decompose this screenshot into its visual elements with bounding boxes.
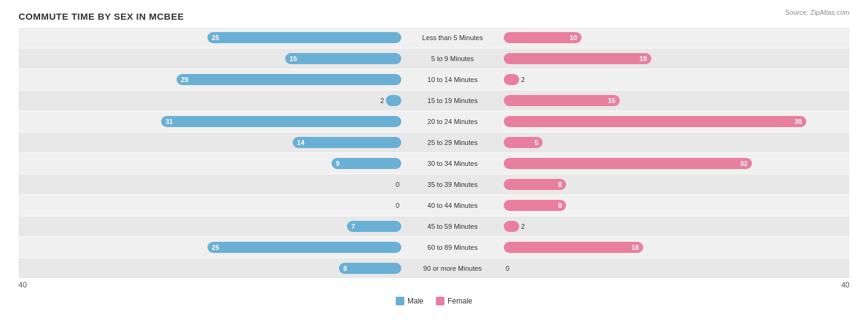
bar-female: 39 xyxy=(504,116,806,127)
axis-area: 40 40 xyxy=(19,278,849,294)
row-label: 15 to 19 Minutes xyxy=(401,97,504,104)
bar-female: 19 xyxy=(504,53,651,64)
bar-male: 14 xyxy=(293,137,401,148)
right-section: 8 xyxy=(504,200,868,211)
right-section: 8 xyxy=(504,179,868,190)
legend-male: Male xyxy=(396,297,424,305)
right-section: 10 xyxy=(504,32,868,43)
table-row: 7 45 to 59 Minutes 2 xyxy=(19,217,849,236)
bar-female: 8 xyxy=(504,200,566,211)
left-section: 0 xyxy=(19,179,401,190)
row-label: 5 to 9 Minutes xyxy=(401,55,504,62)
rows-area: 25 Less than 5 Minutes 10 15 5 to 9 Minu… xyxy=(19,28,849,278)
right-section: 2 xyxy=(504,221,868,232)
axis-right: 40 xyxy=(841,281,849,289)
table-row: 9 30 to 34 Minutes 32 xyxy=(19,154,849,173)
left-section: 25 xyxy=(19,242,401,253)
table-row: 14 25 to 29 Minutes 5 xyxy=(19,133,849,152)
bar-female xyxy=(504,221,519,232)
axis-left: 40 xyxy=(19,281,27,289)
row-label: Less than 5 Minutes xyxy=(401,34,504,41)
bar-male: 29 xyxy=(177,74,401,85)
source-label: Source: ZipAtlas.com xyxy=(785,9,849,16)
left-section: 7 xyxy=(19,221,401,232)
right-section: 18 xyxy=(504,242,868,253)
row-label: 10 to 14 Minutes xyxy=(401,76,504,83)
left-section: 29 xyxy=(19,74,401,85)
legend-female: Female xyxy=(436,297,472,305)
bar-female: 15 xyxy=(504,95,620,106)
table-row: 8 90 or more Minutes 0 xyxy=(19,258,849,278)
row-label: 35 to 39 Minutes xyxy=(401,181,504,188)
bar-female: 8 xyxy=(504,179,566,190)
bar-female: 18 xyxy=(504,242,643,253)
right-section: 32 xyxy=(504,158,868,169)
row-label: 90 or more Minutes xyxy=(401,265,504,272)
left-section: 25 xyxy=(19,32,401,43)
table-row: 25 Less than 5 Minutes 10 xyxy=(19,28,849,47)
bar-male xyxy=(386,95,401,106)
table-row: 31 20 to 24 Minutes 39 xyxy=(19,112,849,131)
legend-male-box xyxy=(396,297,404,305)
bar-male: 9 xyxy=(332,158,401,169)
chart-container: COMMUTE TIME BY SEX IN MCBEE Source: Zip… xyxy=(0,0,868,322)
bar-male: 25 xyxy=(207,32,401,43)
legend: Male Female xyxy=(19,297,849,305)
left-section: 31 xyxy=(19,116,401,127)
chart-title: COMMUTE TIME BY SEX IN MCBEE xyxy=(19,11,849,22)
left-section: 0 xyxy=(19,200,401,211)
row-label: 45 to 59 Minutes xyxy=(401,223,504,230)
right-section: 15 xyxy=(504,95,868,106)
row-label: 25 to 29 Minutes xyxy=(401,139,504,146)
right-section: 0 xyxy=(504,263,868,274)
left-section: 15 xyxy=(19,53,401,64)
left-section: 8 xyxy=(19,263,401,274)
bar-female xyxy=(504,74,519,85)
table-row: 25 60 to 89 Minutes 18 xyxy=(19,237,849,257)
legend-female-label: Female xyxy=(448,297,472,305)
legend-female-box xyxy=(436,297,444,305)
right-section: 39 xyxy=(504,116,868,127)
table-row: 15 5 to 9 Minutes 19 xyxy=(19,49,849,68)
right-section: 2 xyxy=(504,74,868,85)
row-label: 20 to 24 Minutes xyxy=(401,118,504,125)
bar-male: 31 xyxy=(161,116,401,127)
left-section: 14 xyxy=(19,137,401,148)
right-section: 5 xyxy=(504,137,868,148)
bar-male: 7 xyxy=(347,221,401,232)
left-section: 9 xyxy=(19,158,401,169)
row-label: 30 to 34 Minutes xyxy=(401,160,504,167)
legend-male-label: Male xyxy=(407,297,424,305)
row-label: 40 to 44 Minutes xyxy=(401,202,504,209)
bar-female: 32 xyxy=(504,158,752,169)
right-section: 19 xyxy=(504,53,868,64)
bar-male: 8 xyxy=(339,263,401,274)
bar-male: 25 xyxy=(207,242,401,253)
bar-female: 5 xyxy=(504,137,543,148)
row-label: 60 to 89 Minutes xyxy=(401,244,504,251)
table-row: 29 10 to 14 Minutes 2 xyxy=(19,70,849,89)
bar-female: 10 xyxy=(504,32,582,43)
table-row: 2 15 to 19 Minutes 15 xyxy=(19,91,849,110)
bar-male: 15 xyxy=(285,53,401,64)
table-row: 0 40 to 44 Minutes 8 xyxy=(19,196,849,215)
table-row: 0 35 to 39 Minutes 8 xyxy=(19,175,849,194)
left-section: 2 xyxy=(19,95,401,106)
